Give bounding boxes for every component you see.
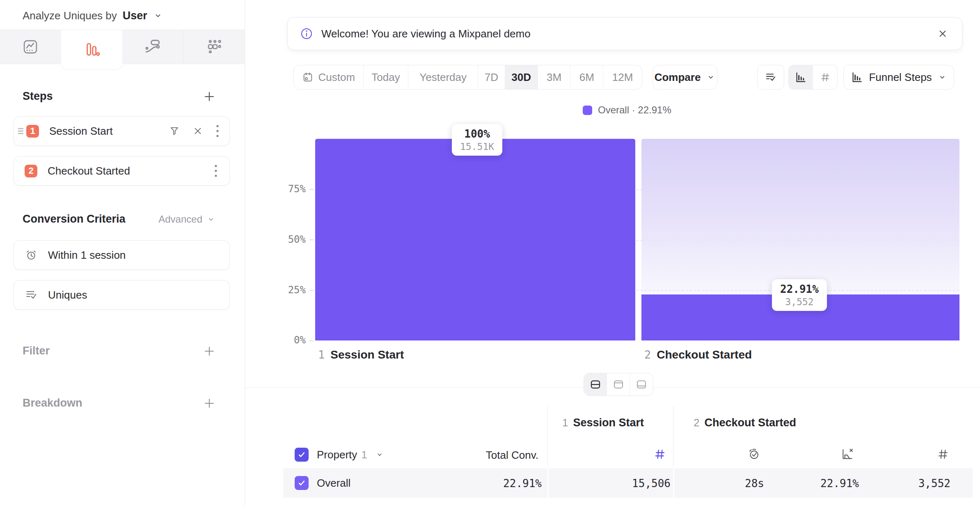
property-index: 1 <box>361 448 367 461</box>
step-number-badge: 1 <box>26 125 39 138</box>
uniques-icon <box>25 288 38 301</box>
close-banner-icon[interactable] <box>937 28 948 39</box>
funnel-chart: 75% 50% 25% 0% 100% 15.51K 22.91% 3,552 … <box>245 123 980 370</box>
add-step-button[interactable] <box>203 90 215 103</box>
table-column-divider <box>547 406 548 467</box>
step-card-1[interactable]: 1 Session Start <box>14 116 230 146</box>
row-column-gap <box>673 468 674 498</box>
add-filter-button[interactable] <box>203 345 215 357</box>
steps-title: Steps <box>23 90 53 103</box>
property-header: Property 1 <box>295 448 384 462</box>
select-all-checkbox[interactable] <box>295 448 309 462</box>
banner-message: Welcome! You are viewing a Mixpanel demo <box>321 28 531 40</box>
row-label: Overall <box>317 477 350 490</box>
step-number-badge: 2 <box>25 165 37 177</box>
hash-icon <box>820 71 831 83</box>
chart-legend[interactable]: Overall · 22.91% <box>583 104 671 116</box>
range-custom[interactable]: Custom <box>294 65 364 89</box>
retention-icon <box>206 38 223 55</box>
bar-value-tooltip-step1: 100% 15.51K <box>452 124 502 156</box>
layout-switcher <box>584 373 653 396</box>
conversion-window-card[interactable]: Within 1 session <box>14 240 230 270</box>
date-range-control: Custom Today Yesterday 7D 30D 3M 6M 12M <box>293 65 642 90</box>
step-card-2[interactable]: 2 Checkout Started <box>14 156 230 186</box>
add-breakdown-button[interactable] <box>203 397 215 409</box>
compare-button[interactable]: Compare <box>653 65 717 90</box>
insights-icon <box>22 38 39 55</box>
layout-table-icon <box>635 378 648 391</box>
total-conv-header[interactable]: Total Conv. <box>415 449 538 462</box>
counting-method-label[interactable]: Uniques <box>48 289 87 301</box>
x-label-step2: 2 Checkout Started <box>644 348 752 361</box>
report-type-tabs <box>0 30 245 64</box>
y-tickmark <box>309 290 314 291</box>
conversion-criteria-title: Conversion Criteria <box>23 213 126 225</box>
step-menu-kebab-icon[interactable] <box>215 124 220 138</box>
funnel-bar-step1[interactable] <box>315 139 635 340</box>
analyze-label: Analyze Uniques by <box>23 9 117 22</box>
avg-time-column-icon[interactable] <box>747 447 761 461</box>
cell-total-conv: 22.91% <box>460 477 542 490</box>
row-label-cell: Overall <box>295 476 350 490</box>
row-checkbox[interactable] <box>295 476 309 490</box>
bar-chart-toggle[interactable] <box>789 65 813 89</box>
legend-swatch <box>583 106 592 115</box>
tab-insights[interactable] <box>0 30 61 64</box>
remove-step-icon[interactable] <box>192 126 203 136</box>
layout-table-button[interactable] <box>630 373 653 396</box>
uniques-check-icon <box>765 71 777 83</box>
alarm-clock-icon <box>25 248 38 262</box>
drag-handle-icon[interactable] <box>17 126 25 136</box>
view-selector-dropdown[interactable]: Funnel Steps <box>843 65 954 90</box>
row-column-gap <box>547 468 549 498</box>
step2-count-column-icon[interactable] <box>936 448 950 461</box>
range-6m[interactable]: 6M <box>570 65 603 89</box>
layout-split-icon <box>589 378 602 391</box>
conv-rate-column-icon[interactable] <box>840 447 854 461</box>
number-toggle[interactable] <box>813 65 837 89</box>
step-label[interactable]: Session Start <box>49 125 113 138</box>
y-tick-75: 75% <box>277 183 306 195</box>
table-column-divider <box>673 406 673 467</box>
step1-count-column-icon[interactable] <box>653 448 666 461</box>
chevron-down-icon[interactable] <box>376 451 384 459</box>
y-tick-50: 50% <box>277 234 306 245</box>
y-tickmark <box>309 189 314 190</box>
cell-step2-time: 28s <box>682 477 764 490</box>
range-12m[interactable]: 12M <box>603 65 642 89</box>
cell-step2-rate: 22.91% <box>777 477 859 490</box>
bar-value-tooltip-step2: 22.91% 3,552 <box>772 279 827 311</box>
value-display-toggle <box>788 65 838 90</box>
filter-step-icon[interactable] <box>169 125 180 137</box>
flows-icon <box>144 38 161 55</box>
range-yesterday[interactable]: Yesterday <box>408 65 478 89</box>
advanced-dropdown[interactable]: Advanced <box>158 214 215 225</box>
x-label-step1: 1 Session Start <box>318 348 404 361</box>
counting-method-card[interactable]: Uniques <box>14 280 230 310</box>
tab-flows[interactable] <box>122 30 183 64</box>
layout-split-button[interactable] <box>584 373 607 396</box>
funnel-steps-icon <box>851 71 863 83</box>
layout-chart-button[interactable] <box>607 373 630 396</box>
filter-header: Filter <box>23 345 215 357</box>
y-tickmark <box>309 239 314 240</box>
analyze-value-dropdown[interactable]: User <box>123 9 147 22</box>
property-label[interactable]: Property <box>317 448 357 461</box>
range-3m[interactable]: 3M <box>538 65 571 89</box>
tab-funnels[interactable] <box>61 30 122 69</box>
chevron-down-icon[interactable] <box>153 11 163 21</box>
sidebar: Analyze Uniques by User <box>0 0 245 506</box>
step-menu-kebab-icon[interactable] <box>214 164 218 178</box>
analyze-header: Analyze Uniques by User <box>23 7 163 24</box>
filter-title: Filter <box>23 345 50 357</box>
table-group-header-step1: 1 Session Start <box>562 416 644 429</box>
step-label[interactable]: Checkout Started <box>48 165 130 177</box>
cell-step2-count: 3,552 <box>868 477 950 490</box>
uniques-toggle-button[interactable] <box>757 65 784 90</box>
conversion-window-label[interactable]: Within 1 session <box>48 249 126 262</box>
tab-retention[interactable] <box>183 30 245 64</box>
y-tick-25: 25% <box>277 284 306 296</box>
range-today[interactable]: Today <box>364 65 409 89</box>
range-30d[interactable]: 30D <box>505 65 538 89</box>
range-7d[interactable]: 7D <box>478 65 505 89</box>
